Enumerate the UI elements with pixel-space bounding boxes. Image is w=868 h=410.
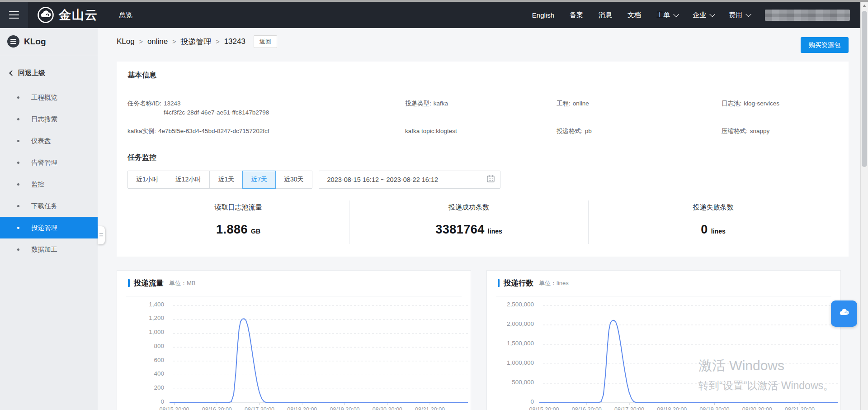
- nav-dropdown-billing[interactable]: 费用: [729, 11, 750, 19]
- date-range-value: 2023-08-15 16:12 ~ 2023-08-22 16:12: [327, 176, 487, 183]
- y-axis-label: 2,000,000: [496, 320, 534, 327]
- account-name-redacted[interactable]: [765, 10, 850, 21]
- y-axis-label: 800: [126, 343, 164, 349]
- sidebar-item-download-tasks[interactable]: 下载任务: [0, 195, 98, 217]
- bullet-icon: [17, 96, 19, 99]
- range-button-1d[interactable]: 近1天: [209, 171, 243, 189]
- task-uuid: f4cf3f2c-28df-46e7-ae51-ffc8147b2798: [164, 108, 269, 117]
- nav-link-beian[interactable]: 备案: [570, 11, 583, 19]
- return-button[interactable]: 返回: [254, 35, 277, 48]
- range-button-1h[interactable]: 近1小时: [127, 171, 167, 189]
- navbar-right-menu: English 备案 消息 文档 工单 企业 费用: [532, 10, 868, 21]
- breadcrumb-project[interactable]: online: [147, 37, 168, 46]
- breadcrumb-separator: >: [172, 38, 176, 45]
- scrollbar-up-arrow[interactable]: [861, 2, 868, 10]
- chart-card-delivery-lines: 投递行数 单位：lines 2,500,0002,000,0001,500,00…: [486, 270, 841, 410]
- nav-dropdown-workorder[interactable]: 工单: [656, 11, 677, 19]
- chart-header: 投递行数 单位：lines: [496, 271, 831, 296]
- chevron-down-icon: [709, 11, 715, 17]
- chart-plot: [539, 300, 838, 410]
- basic-info-title: 基本信息: [127, 71, 838, 80]
- chart-plot: [170, 300, 468, 410]
- chart-unit-label: 单位：MB: [169, 279, 196, 287]
- floating-cloud-assistant-button[interactable]: [831, 300, 857, 327]
- sidebar-product-title: KLog: [24, 37, 46, 47]
- y-axis-label: 1,500,000: [496, 340, 534, 347]
- y-axis-label: 1,400: [126, 301, 164, 308]
- y-axis-label: 200: [126, 384, 164, 391]
- breadcrumb-separator: >: [139, 38, 143, 45]
- sidebar-item-project-overview[interactable]: 工程概览: [0, 86, 98, 108]
- chart-plot-area: 1,4001,2001,000800600400200008/15 20:000…: [126, 296, 462, 410]
- nav-overview-link[interactable]: 总览: [119, 11, 132, 19]
- sidebar-item-data-processing[interactable]: 数据加工: [0, 238, 98, 260]
- page: 金山云 总览 English 备案 消息 文档 工单 企业 费用: [0, 0, 868, 410]
- sidebar: KLog 回退上级 工程概览 日志搜索 仪表盘 告警管理 监控 下载任务: [0, 28, 98, 410]
- sidebar-item-log-search[interactable]: 日志搜索: [0, 108, 98, 130]
- nav-link-english[interactable]: English: [532, 11, 554, 19]
- breadcrumb-delivery-management[interactable]: 投递管理: [180, 37, 211, 47]
- buy-resource-pack-button[interactable]: 购买资源包: [801, 37, 849, 53]
- brand-logo[interactable]: 金山云: [37, 6, 98, 24]
- time-range-group: 近1小时 近12小时 近1天 近7天 近30天: [127, 171, 312, 189]
- cloud-icon: [837, 305, 851, 322]
- nav-link-messages[interactable]: 消息: [599, 11, 612, 19]
- bullet-icon: [17, 140, 19, 142]
- y-axis-label: 1,000,000: [496, 359, 534, 366]
- task-id: 13243: [164, 100, 181, 107]
- basic-info-grid: 任务名称/ID: 13243 f4cf3f2c-28df-46e7-ae51-f…: [127, 99, 838, 136]
- sidebar-back-parent[interactable]: 回退上级: [0, 55, 98, 77]
- page-scrollbar[interactable]: [860, 2, 868, 410]
- main-content: KLog > online > 投递管理 > 13243 返回 购买资源包 基本…: [98, 28, 860, 410]
- stat-failed-lines: 投递失败条数 0lines: [589, 200, 838, 244]
- sidebar-item-alert-management[interactable]: 告警管理: [0, 152, 98, 173]
- y-axis-label: 0: [496, 398, 534, 405]
- chart-card-delivery-traffic: 投递流量 单位：MB 1,4001,2001,00080060040020000…: [117, 270, 471, 410]
- nav-dropdown-enterprise[interactable]: 企业: [693, 11, 713, 19]
- chart-title: 投递行数: [504, 278, 533, 288]
- chevron-left-icon: [9, 70, 15, 76]
- y-axis-label: 1,200: [126, 315, 164, 321]
- range-button-7d[interactable]: 近7天: [242, 171, 276, 189]
- sidebar-item-monitoring[interactable]: 监控: [0, 173, 98, 195]
- hamburger-menu-button[interactable]: [0, 2, 28, 28]
- breadcrumb-task-id: 13243: [224, 37, 245, 46]
- range-button-12h[interactable]: 近12小时: [167, 171, 210, 189]
- bullet-icon: [17, 118, 19, 120]
- date-range-picker[interactable]: 2023-08-15 16:12 ~ 2023-08-22 16:12: [319, 171, 500, 189]
- stat-failed-lines-value: 0: [701, 223, 708, 236]
- bullet-icon: [17, 227, 19, 229]
- field-project: 工程: online: [557, 99, 722, 118]
- y-axis-label: 2,500,000: [496, 301, 534, 308]
- monitor-controls: 近1小时 近12小时 近1天 近7天 近30天 2023-08-15 16:12…: [127, 171, 838, 189]
- chart-line-series: [539, 320, 838, 402]
- field-task-name-id: 任务名称/ID: 13243 f4cf3f2c-28df-46e7-ae51-f…: [127, 99, 405, 118]
- sidebar-header: KLog: [0, 28, 98, 55]
- breadcrumb-klog[interactable]: KLog: [117, 37, 135, 46]
- sidebar-item-delivery-management[interactable]: 投递管理: [0, 217, 98, 238]
- window-top-strip: [0, 0, 868, 2]
- breadcrumb-row: KLog > online > 投递管理 > 13243 返回 购买资源包: [98, 28, 860, 55]
- chart-plot-area: 2,500,0002,000,0001,500,0001,000,000500,…: [496, 296, 831, 410]
- range-button-30d[interactable]: 近30天: [275, 171, 312, 189]
- y-axis-label: 1,000: [126, 329, 164, 335]
- bullet-icon: [17, 162, 19, 164]
- nav-link-docs[interactable]: 文档: [627, 11, 641, 19]
- y-axis-label: 0: [126, 398, 164, 405]
- klog-product-icon: [7, 35, 19, 48]
- y-axis-label: 600: [126, 357, 164, 363]
- sidebar-menu: 工程概览 日志搜索 仪表盘 告警管理 监控 下载任务 投递管理 数据加工: [0, 86, 98, 260]
- stats-row: 读取日志池流量 1.886GB 投递成功条数 3381764lines 投递失败…: [127, 200, 838, 244]
- task-detail-card: 基本信息 任务名称/ID: 13243 f4cf3f2c-28df-46e7-a…: [117, 62, 849, 257]
- breadcrumb-separator: >: [216, 38, 219, 45]
- chevron-down-icon: [673, 11, 679, 17]
- sidebar-collapse-handle[interactable]: ☰: [98, 226, 105, 244]
- top-navbar: 金山云 总览 English 备案 消息 文档 工单 企业 费用: [0, 2, 868, 28]
- sidebar-item-dashboard[interactable]: 仪表盘: [0, 130, 98, 152]
- scrollbar-thumb[interactable]: [862, 11, 867, 167]
- hamburger-icon: [9, 11, 19, 12]
- title-accent-bar: [128, 279, 130, 287]
- chart-unit-label: 单位：lines: [539, 279, 569, 287]
- stat-success-lines-value: 3381764: [435, 223, 485, 236]
- bullet-icon: [17, 205, 19, 207]
